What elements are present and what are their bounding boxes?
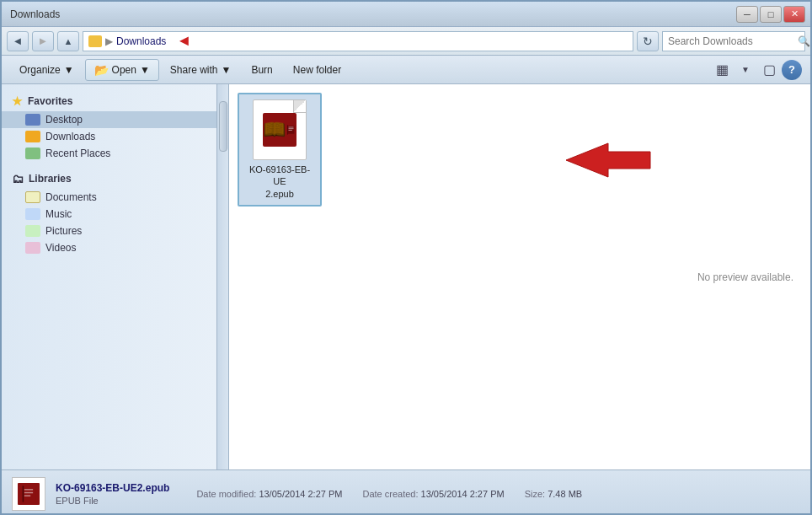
status-date-created: Date created: 13/05/2014 2:27 PM <box>362 489 504 499</box>
svg-rect-4 <box>288 130 291 131</box>
main-area: ★ Favorites Desktop Downloads Recent Pla… <box>2 84 810 469</box>
address-path: Downloads <box>116 35 166 47</box>
recent-folder-icon <box>25 148 40 159</box>
libraries-header[interactable]: 🗂 Libraries <box>2 169 216 189</box>
status-filename: KO-69163-EB-UE2.epub <box>56 482 169 494</box>
folder-icon <box>88 35 102 47</box>
sidebar-item-documents[interactable]: Documents <box>2 189 216 206</box>
close-button[interactable]: ✕ <box>783 6 805 23</box>
svg-rect-10 <box>24 491 33 492</box>
videos-folder-icon <box>25 242 40 254</box>
status-date-modified: Date modified: 13/05/2014 2:27 PM <box>196 489 342 499</box>
arrow-svg <box>558 135 659 185</box>
status-size: Size: 7.48 MB <box>525 489 583 499</box>
red-arrow <box>558 135 659 188</box>
svg-rect-8 <box>23 485 24 502</box>
status-filetype: EPUB File <box>56 496 169 506</box>
libraries-section: 🗂 Libraries Documents Music Pictures Vid… <box>2 169 216 256</box>
sidebar-item-videos[interactable]: Videos <box>2 239 216 256</box>
help-button[interactable]: ? <box>782 60 802 80</box>
address-input[interactable]: ▶ Downloads ◄ <box>83 31 633 51</box>
downloads-folder-icon <box>25 131 40 142</box>
share-button[interactable]: Share with ▼ <box>161 59 241 81</box>
refresh-button[interactable]: ↻ <box>637 31 659 51</box>
book-svg <box>286 117 296 142</box>
address-arrow: ◄ <box>176 32 191 50</box>
new-folder-button[interactable]: New folder <box>284 59 350 81</box>
file-label: KO-69163-EB-UE 2.epub <box>244 164 315 200</box>
status-file-icon <box>12 477 45 511</box>
svg-rect-9 <box>24 489 33 490</box>
burn-button[interactable]: Burn <box>242 59 281 81</box>
documents-folder-icon <box>25 191 40 203</box>
svg-rect-7 <box>22 485 35 502</box>
status-bar: KO-69163-EB-UE2.epub EPUB File Date modi… <box>2 469 810 515</box>
scrollbar[interactable] <box>217 84 229 469</box>
epub-icon <box>253 99 307 160</box>
sidebar: ★ Favorites Desktop Downloads Recent Pla… <box>2 84 217 469</box>
sidebar-item-downloads[interactable]: Downloads <box>2 128 216 145</box>
view-button[interactable]: ▦ <box>711 59 733 81</box>
svg-rect-2 <box>288 127 293 128</box>
window-title: Downloads <box>7 8 736 20</box>
status-text: KO-69163-EB-UE2.epub EPUB File <box>56 482 169 506</box>
window-controls: ─ □ ✕ <box>736 6 805 23</box>
back-button[interactable]: ◄ <box>7 31 29 51</box>
title-bar: Downloads ─ □ ✕ <box>2 2 810 27</box>
search-box[interactable]: 🔍 <box>662 31 805 51</box>
status-meta: Date modified: 13/05/2014 2:27 PM Date c… <box>196 489 582 499</box>
svg-rect-11 <box>24 495 30 496</box>
scrollbar-thumb[interactable] <box>219 101 227 152</box>
minimize-button[interactable]: ─ <box>736 6 758 23</box>
search-icon: 🔍 <box>798 35 810 47</box>
sidebar-item-recent-places[interactable]: Recent Places <box>2 145 216 162</box>
restore-button[interactable]: □ <box>760 6 782 23</box>
status-mini-book-icon <box>18 483 40 505</box>
forward-button[interactable]: ► <box>32 31 54 51</box>
svg-rect-3 <box>288 128 293 129</box>
address-bar: ◄ ► ▲ ▶ Downloads ◄ ↻ 🔍 <box>2 27 810 56</box>
view-dropdown-button[interactable]: ▼ <box>735 59 756 81</box>
up-button[interactable]: ▲ <box>57 31 79 51</box>
svg-marker-6 <box>566 143 650 177</box>
favorites-icon: ★ <box>12 94 23 108</box>
desktop-folder-icon <box>25 114 40 126</box>
epub-book-icon <box>263 113 296 147</box>
open-icon: 📂 <box>94 63 109 77</box>
pictures-folder-icon <box>25 225 40 237</box>
search-input[interactable] <box>668 35 794 47</box>
content-area: KO-69163-EB-UE 2.epub No preview availab… <box>229 84 810 469</box>
sidebar-item-pictures[interactable]: Pictures <box>2 223 216 239</box>
sidebar-item-music[interactable]: Music <box>2 206 216 223</box>
favorites-header[interactable]: ★ Favorites <box>2 91 216 111</box>
libraries-icon: 🗂 <box>12 172 24 185</box>
file-item[interactable]: KO-69163-EB-UE 2.epub <box>238 93 322 207</box>
svg-rect-5 <box>287 125 288 134</box>
sidebar-item-desktop[interactable]: Desktop <box>2 111 216 128</box>
status-book-svg <box>19 485 38 503</box>
music-folder-icon <box>25 208 40 220</box>
organize-button[interactable]: Organize ▼ <box>10 59 83 81</box>
toolbar: Organize ▼ 📂 Open ▼ Share with ▼ Burn Ne… <box>2 56 810 84</box>
no-preview-text: No preview available. <box>697 271 793 283</box>
preview-button[interactable]: ▢ <box>758 59 780 81</box>
open-button[interactable]: 📂 Open ▼ <box>85 59 159 81</box>
favorites-section: ★ Favorites Desktop Downloads Recent Pla… <box>2 91 216 162</box>
